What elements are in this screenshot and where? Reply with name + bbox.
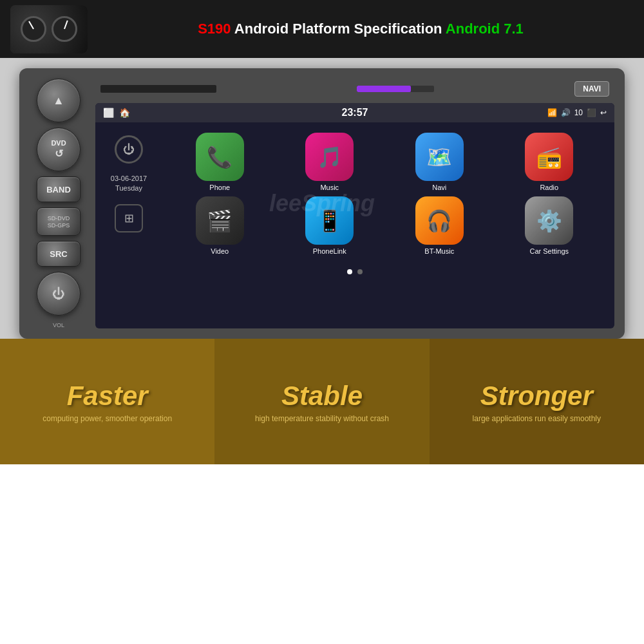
navi-icon: 🗺️	[415, 133, 464, 181]
sd-card-slot: SD-DVD SD-GPS	[37, 207, 80, 236]
header-title: S190 Android Platform Specification Andr…	[88, 21, 634, 37]
eject-button[interactable]: ▲	[37, 79, 80, 122]
app-video[interactable]: 🎬 Video	[167, 196, 272, 255]
app-radio[interactable]: 📻 Radio	[497, 133, 602, 191]
feature-stable: Stable high temperature stability withou…	[214, 339, 429, 464]
radio-icon: 📻	[525, 133, 573, 181]
stronger-subtitle: large applications run easily smoothly	[473, 414, 601, 423]
progress-fill	[357, 86, 411, 92]
date-display: 03-06-2017 Tuesday	[111, 174, 147, 194]
back-icon[interactable]: ⬜	[103, 108, 114, 118]
volume-level: 10	[574, 108, 583, 117]
home-icon[interactable]: 🏠	[119, 108, 130, 118]
src-button[interactable]: SRC	[37, 241, 80, 267]
feature-faster: Faster computing power, smoother operati…	[0, 339, 214, 464]
screen-top-bar: NAVI	[95, 79, 614, 99]
dot-2	[357, 269, 363, 274]
app-phonelink[interactable]: 📱 PhoneLink	[278, 196, 383, 255]
vol-label: VOL	[53, 322, 64, 328]
phonelink-icon: 📱	[305, 196, 354, 245]
app-settings[interactable]: ⚙️ Car Settings	[497, 196, 602, 255]
app-switcher-icon[interactable]: ⬛	[587, 108, 596, 117]
settings-label: Car Settings	[529, 247, 569, 255]
left-controls-panel: ▲ DVD ↺ BAND SD-DVD SD-GPS SRC ⏻	[30, 79, 88, 328]
stable-subtitle: high temperature stability without crash	[255, 414, 389, 423]
home-left-panel: ⏻ 03-06-2017 Tuesday ⊞	[103, 128, 155, 232]
status-time: 23:57	[342, 107, 368, 118]
navi-button[interactable]: NAVI	[574, 81, 609, 97]
android-version-label: Android 7.1	[446, 21, 524, 37]
signal-icon: 📶	[547, 108, 557, 117]
android-screen: ⬜ 🏠 23:57 📶 🔊 10 ⬛ ↩	[95, 103, 614, 328]
back-nav-icon[interactable]: ↩	[600, 108, 607, 117]
features-section: Faster computing power, smoother operati…	[0, 339, 644, 464]
cd-slot	[100, 85, 216, 93]
app-music[interactable]: 🎵 Music	[278, 133, 383, 191]
video-icon: 🎬	[196, 196, 244, 245]
feature-stronger: Stronger large applications run easily s…	[430, 339, 644, 464]
radio-label: Radio	[540, 184, 558, 191]
screen-power-button[interactable]: ⏻	[115, 135, 143, 164]
platform-label: Android Platform Specification	[234, 21, 446, 37]
status-bar: ⬜ 🏠 23:57 📶 🔊 10 ⬛ ↩	[95, 103, 614, 122]
band-button[interactable]: BAND	[37, 176, 80, 202]
page-indicator	[95, 265, 614, 278]
stable-title: Stable	[281, 381, 363, 412]
navi-label: Navi	[432, 184, 446, 191]
model-label: S190	[198, 21, 231, 37]
faster-subtitle: computing power, smoother operation	[43, 414, 172, 423]
progress-bar	[357, 86, 434, 92]
dvd-button[interactable]: DVD ↺	[37, 128, 80, 171]
header-bar: S190 Android Platform Specification Andr…	[0, 0, 644, 58]
app-btmusic[interactable]: 🎧 BT-Music	[387, 196, 492, 255]
apps-grid: 📞 Phone 🎵 Music 🗺️ Navi	[162, 128, 607, 260]
phone-label: Phone	[209, 184, 230, 191]
main-content: leeSpring ▲ DVD ↺ BAND SD-DVD SD-GPS	[0, 58, 644, 339]
dashboard-image	[10, 5, 88, 53]
app-drawer-button[interactable]: ⊞	[115, 204, 143, 232]
app-phone[interactable]: 📞 Phone	[167, 133, 272, 191]
music-label: Music	[320, 184, 339, 191]
faster-title: Faster	[67, 381, 148, 412]
status-right-icons: 📶 🔊 10 ⬛ ↩	[547, 108, 607, 117]
screen-container: NAVI ⬜ 🏠 23:57 📶 🔊 10	[95, 79, 614, 328]
dot-1	[347, 269, 352, 274]
phone-icon: 📞	[196, 133, 244, 181]
home-screen-body: ⏻ 03-06-2017 Tuesday ⊞ 📞 Phone	[95, 122, 614, 265]
status-left-icons: ⬜ 🏠	[103, 108, 130, 118]
app-navi[interactable]: 🗺️ Navi	[387, 133, 492, 191]
phonelink-label: PhoneLink	[313, 247, 346, 255]
settings-icon: ⚙️	[525, 196, 573, 245]
music-icon: 🎵	[305, 133, 354, 181]
btmusic-label: BT-Music	[424, 247, 454, 255]
car-unit: leeSpring ▲ DVD ↺ BAND SD-DVD SD-GPS	[19, 68, 625, 339]
power-button[interactable]: ⏻	[37, 272, 80, 316]
volume-icon: 🔊	[561, 108, 571, 117]
video-label: Video	[211, 247, 229, 255]
stronger-title: Stronger	[480, 381, 593, 412]
btmusic-icon: 🎧	[415, 196, 464, 245]
